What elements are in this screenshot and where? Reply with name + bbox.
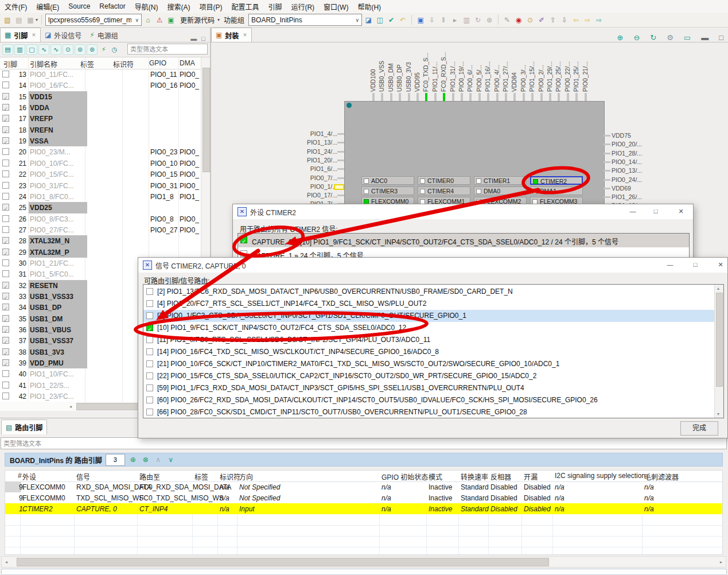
routed-pin-row-1[interactable]: 9.FLEXCOMM0TXD_SCL_MISO_WSFC0_TXD_SCL_MI… xyxy=(5,492,722,503)
undo-icon[interactable]: ↶ xyxy=(398,15,408,25)
column-header-2[interactable]: 标签 xyxy=(80,59,94,69)
route-checkbox[interactable] xyxy=(146,288,153,295)
pin-checkbox[interactable] xyxy=(2,337,9,344)
signal-checkbox[interactable] xyxy=(240,250,247,257)
zoom-in-icon[interactable]: ⊕ xyxy=(617,33,623,42)
column-header-4[interactable]: GPIO xyxy=(149,59,166,67)
column-header-0[interactable]: # xyxy=(18,472,22,480)
pin-checkbox[interactable] xyxy=(2,237,9,244)
menu-item-1[interactable]: 编辑(E) xyxy=(32,0,64,13)
package-pin-stub-top[interactable] xyxy=(558,93,560,101)
pin-checkbox[interactable] xyxy=(2,315,9,322)
column-header-5[interactable]: 标识符 xyxy=(220,472,240,481)
package-pin-stub-top[interactable] xyxy=(549,93,551,101)
package-pin-stub-top[interactable] xyxy=(540,93,543,101)
pin-row-26[interactable]: 26PIO0_8/FC3...PIO0_8PIO0_ xyxy=(0,213,201,224)
peripheral-checkbox[interactable] xyxy=(420,189,425,194)
pin-row-15[interactable]: 15VDD15 xyxy=(0,91,201,102)
save-all-icon[interactable]: ▦ xyxy=(25,15,36,25)
search-ref-icon[interactable]: ⊛ xyxy=(484,15,495,25)
pin-checkbox[interactable] xyxy=(2,137,9,144)
routed-pins-filter-input[interactable] xyxy=(1,437,727,449)
add-pin-icon[interactable]: ⊕ xyxy=(129,455,138,464)
power-flash-icon[interactable]: ⚡ xyxy=(99,45,108,55)
peripheral-checkbox[interactable] xyxy=(420,178,425,184)
peripheral-block-ADC0[interactable]: ADC0 xyxy=(361,176,414,185)
close-icon[interactable]: ✕ xyxy=(32,32,36,38)
package-pin-stub-top[interactable] xyxy=(585,93,587,101)
peripheral-block-CTIMER3[interactable]: CTIMER3 xyxy=(361,187,414,195)
resume-icon[interactable]: ▸ xyxy=(450,15,460,25)
pin-checkbox[interactable] xyxy=(2,93,9,100)
pin-row-28[interactable]: 28XTAL32M_N xyxy=(0,235,201,246)
package-pin-stub-left[interactable] xyxy=(337,142,344,143)
maximize-icon[interactable]: □ xyxy=(201,35,205,42)
routed-pins-hscrollbar[interactable]: ◂ ▸ xyxy=(1,556,726,568)
package-pin-stub-left[interactable] xyxy=(337,160,344,161)
pin-row-14[interactable]: 14PIO0_16/FC...PIO0_16PIO0_ xyxy=(0,80,201,91)
pin-checkbox[interactable] xyxy=(2,126,9,133)
copy-icon[interactable]: ▥ xyxy=(461,15,472,25)
remove-pin-icon[interactable]: ⊗ xyxy=(141,455,150,464)
peripherals-doc-icon[interactable]: ◫ xyxy=(375,15,385,25)
menu-item-11[interactable]: 帮助(H) xyxy=(353,0,386,13)
pin-checkbox[interactable] xyxy=(2,270,9,277)
package-pin-stub-right[interactable] xyxy=(604,161,610,163)
tab-引脚[interactable]: ▦引脚✕ xyxy=(0,28,41,42)
pause-icon[interactable]: ‖ xyxy=(438,15,449,25)
route-checkbox[interactable] xyxy=(146,384,153,391)
peripheral-block-DMA0[interactable]: DMA0 xyxy=(474,187,527,195)
route-checkbox[interactable] xyxy=(146,409,153,415)
selected-pin-highlight[interactable] xyxy=(334,184,344,190)
routable-pin-row-6[interactable]: [21] PIO0_10/FC6_SCK/CT_INP10/CTIMER2_MA… xyxy=(143,358,714,370)
column-header-4[interactable]: 标签 xyxy=(194,472,208,481)
route-checkbox[interactable] xyxy=(146,324,153,331)
functional-group-selector[interactable]: BOARD_InitPins∨ xyxy=(248,14,362,26)
rotate-icon[interactable]: ↻ xyxy=(473,15,483,25)
pin-row-20[interactable]: 20PIO0_23/M...PIO0_23PIO0_ xyxy=(0,146,201,157)
column-header-10[interactable]: 反相器 xyxy=(490,472,511,481)
update-code-icon[interactable]: ▣ xyxy=(166,15,176,25)
package-pin-stub-top[interactable] xyxy=(425,93,427,101)
routable-pin-row-5[interactable]: [14] PIO0_16/FC4_TXD_SCL_MISO_WS/CLKOUT/… xyxy=(143,346,714,358)
routable-pin-row-9[interactable]: [60] PIO0_26/FC2_RXD_SDA_MOSI_DATA/CLKOU… xyxy=(143,394,714,406)
home-icon[interactable]: ⌂ xyxy=(143,15,153,25)
pin-checkbox[interactable] xyxy=(2,259,9,266)
pin-checkbox[interactable] xyxy=(2,248,9,255)
menu-item-0[interactable]: 文件(F) xyxy=(0,0,32,13)
wave-low-icon[interactable]: ∿ xyxy=(38,44,49,55)
peripheral-block-CTIMER4[interactable]: CTIMER4 xyxy=(418,187,470,195)
pin-checkbox[interactable] xyxy=(2,304,9,310)
routable-pin-row-2[interactable]: [7] PIO0_1/FC3_CTS_SDA_SSEL0/CT_INP0/SCT… xyxy=(143,310,714,322)
column-header-12[interactable]: I2C signaling supply selection xyxy=(555,472,645,480)
column-header-1[interactable]: 外设 xyxy=(22,472,36,481)
scroll-right-icon[interactable]: ▸ xyxy=(720,560,722,565)
package-pin-stub-top[interactable] xyxy=(443,93,445,101)
pin-checkbox[interactable] xyxy=(2,326,9,333)
pin-checkbox[interactable] xyxy=(2,71,9,77)
peripheral-block-DMA1[interactable]: DMA1 xyxy=(530,187,583,195)
package-pin-stub-top[interactable] xyxy=(496,93,499,101)
dropdown-icon[interactable]: ▾ xyxy=(36,17,38,22)
move-down-icon[interactable]: ∨ xyxy=(166,455,176,464)
package-pin-stub-top[interactable] xyxy=(461,93,463,101)
dialog-titlebar[interactable]: ✕ 信号 CTIMER2, CAPTURE, 0 xyxy=(138,258,727,273)
pin-checkbox[interactable] xyxy=(2,359,9,366)
package-pin-stub-top[interactable] xyxy=(567,93,569,101)
package-pin-stub-left[interactable] xyxy=(337,168,344,170)
column-header-11[interactable]: 开漏 xyxy=(524,472,538,481)
package-pin-stub-top[interactable] xyxy=(478,93,481,101)
close-icon[interactable]: ✕ xyxy=(715,261,726,269)
pencil-icon[interactable]: ✎ xyxy=(502,15,512,25)
pin-checkbox[interactable] xyxy=(2,370,9,377)
routable-pin-row-10[interactable]: [66] PIO0_28/FC0_SCK/SD1_CMD/CT_INP11/SC… xyxy=(143,406,714,418)
scroll-down-icon[interactable]: ▾ xyxy=(717,411,719,417)
maximize-icon[interactable]: □ xyxy=(651,208,661,215)
package-pin-stub-top[interactable] xyxy=(452,93,454,101)
minimize-icon[interactable]: ▬ xyxy=(190,35,197,42)
pin-checkbox[interactable] xyxy=(2,148,9,155)
tab-package[interactable]: ▣ 封装 ✕ xyxy=(211,28,252,42)
package-pin-stub-right[interactable] xyxy=(604,188,610,189)
routable-pin-row-7[interactable]: [22] PIO0_15/FC6_CTS_SDA_SSEL0/UTICK_CAP… xyxy=(143,370,714,382)
menu-item-8[interactable]: 引脚 xyxy=(263,0,286,13)
